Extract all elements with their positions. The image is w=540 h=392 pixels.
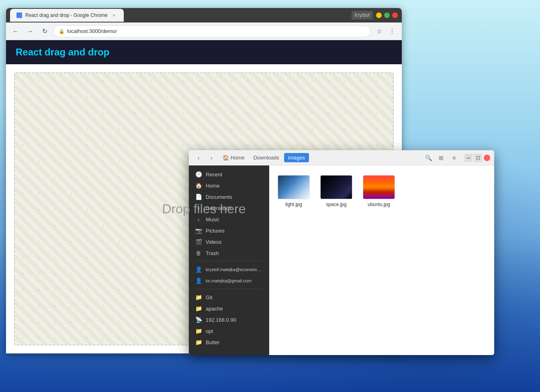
fm-maximize-button[interactable]: □ bbox=[474, 154, 482, 162]
file-name-light: light.jpg bbox=[285, 202, 302, 207]
file-item-light[interactable]: light.jpg bbox=[276, 172, 312, 210]
opt-folder-icon: 📁 bbox=[195, 328, 202, 334]
sidebar-label-opt: opt bbox=[206, 328, 213, 334]
file-thumbnail-light bbox=[278, 175, 310, 199]
refresh-button[interactable]: ↻ bbox=[39, 26, 50, 37]
breadcrumb-home-label: Home bbox=[231, 155, 245, 161]
sidebar-item-videos[interactable]: 🎬 Videos bbox=[189, 236, 269, 247]
sidebar-item-pictures[interactable]: 📷 Pictures bbox=[189, 225, 269, 236]
sidebar-item-butter[interactable]: 📁 Butter bbox=[189, 337, 269, 348]
tab-close-button[interactable]: × bbox=[111, 12, 117, 18]
recent-icon: 🕐 bbox=[195, 171, 202, 178]
toolbar-actions: ☆ ⋮ bbox=[374, 26, 398, 37]
forward-button[interactable]: → bbox=[25, 26, 36, 37]
sidebar-label-pictures: Pictures bbox=[206, 228, 225, 234]
sidebar-divider-2 bbox=[195, 289, 263, 289]
chrome-toolbar: ← → ↻ 🔒 localhost:3000/demo/ ☆ ⋮ bbox=[6, 22, 402, 40]
sidebar-label-git: Git bbox=[206, 294, 213, 300]
sidebar-label-home: Home bbox=[206, 183, 220, 189]
file-thumbnail-ubuntu bbox=[363, 175, 395, 199]
space-thumb-image bbox=[321, 176, 352, 199]
breadcrumb-images-label: images bbox=[288, 155, 305, 161]
sidebar-divider-1 bbox=[195, 261, 263, 261]
chrome-menu-button[interactable]: ⋮ bbox=[387, 26, 398, 37]
breadcrumb-home[interactable]: 🏠 Home bbox=[219, 153, 249, 162]
fm-breadcrumb: 🏠 Home Downloads images bbox=[219, 153, 421, 162]
sidebar-item-trash[interactable]: 🗑 Trash bbox=[189, 247, 269, 259]
file-manager-window: ‹ › 🏠 Home Downloads images 🔍 ⊞ ≡ – □ bbox=[189, 150, 494, 355]
file-name-ubuntu: ubuntu.jpg bbox=[368, 202, 390, 207]
videos-icon: 🎬 bbox=[195, 239, 202, 245]
bookmark-button[interactable]: ☆ bbox=[374, 26, 385, 37]
sidebar-item-recent[interactable]: 🕐 Recent bbox=[189, 169, 269, 180]
ubuntu-thumb-image bbox=[363, 176, 395, 199]
sidebar-label-account2: kx.matejka@gmail.com bbox=[206, 278, 252, 283]
tab-favicon bbox=[16, 12, 22, 18]
fm-titlebar: ‹ › 🏠 Home Downloads images 🔍 ⊞ ≡ – □ bbox=[189, 150, 494, 165]
sidebar-label-account1: krystof.matejka@economia.cz bbox=[206, 267, 263, 272]
pictures-icon: 📷 bbox=[195, 227, 202, 234]
back-button[interactable]: ← bbox=[10, 26, 21, 37]
window-controls bbox=[376, 12, 398, 18]
address-bar[interactable]: 🔒 localhost:3000/demo/ bbox=[53, 25, 370, 37]
fm-body: 🕐 Recent 🏠 Home 📄 Documents ⬇ Downloads … bbox=[189, 165, 494, 355]
file-thumbnail-space bbox=[320, 175, 352, 199]
sidebar-item-git[interactable]: 📁 Git bbox=[189, 292, 269, 303]
sidebar-label-apache: apache bbox=[206, 306, 223, 312]
chrome-tab[interactable]: React drag and drop - Google Chrome × bbox=[10, 9, 124, 22]
fm-back-button[interactable]: ‹ bbox=[193, 152, 204, 163]
git-folder-icon: 📁 bbox=[195, 294, 202, 300]
fm-forward-button[interactable]: › bbox=[206, 152, 217, 163]
network-icon: 📡 bbox=[195, 316, 202, 323]
sidebar-label-documents: Documents bbox=[206, 194, 232, 200]
file-name-space: space.jpg bbox=[326, 202, 346, 207]
breadcrumb-downloads-label: Downloads bbox=[254, 155, 279, 161]
fm-search-button[interactable]: 🔍 bbox=[423, 152, 434, 163]
chrome-titlebar: React drag and drop - Google Chrome × Kr… bbox=[6, 8, 402, 22]
account1-icon: 👤 bbox=[195, 266, 202, 273]
sidebar-item-network[interactable]: 📡 192.168.0.90 bbox=[189, 314, 269, 325]
sidebar-item-account2[interactable]: 👤 kx.matejka@gmail.com bbox=[189, 275, 269, 286]
page-header: React drag and drop bbox=[6, 40, 402, 64]
file-item-space[interactable]: space.jpg bbox=[318, 172, 354, 210]
fm-content: light.jpg space.jpg ubuntu.jpg bbox=[269, 165, 494, 355]
sidebar-label-music: Music bbox=[206, 216, 219, 223]
home-folder-icon: 🏠 bbox=[195, 182, 202, 189]
breadcrumb-downloads[interactable]: Downloads bbox=[250, 153, 283, 162]
fm-toolbar-right: 🔍 ⊞ ≡ – □ bbox=[423, 152, 490, 163]
drop-zone-text: Drop files here bbox=[162, 202, 245, 216]
address-text: localhost:3000/demo/ bbox=[67, 28, 117, 34]
sidebar-label-trash: Trash bbox=[206, 250, 219, 256]
window-close-button[interactable] bbox=[392, 12, 398, 18]
sidebar-item-account1[interactable]: 👤 krystof.matejka@economia.cz bbox=[189, 264, 269, 275]
ssl-icon: 🔒 bbox=[59, 29, 65, 34]
sidebar-label-recent: Recent bbox=[206, 172, 222, 178]
apache-folder-icon: 📁 bbox=[195, 305, 202, 312]
fm-minimize-button[interactable]: – bbox=[464, 154, 472, 162]
butter-folder-icon: 📁 bbox=[195, 339, 202, 345]
home-icon: 🏠 bbox=[223, 155, 229, 161]
music-icon: ♪ bbox=[195, 216, 202, 223]
tab-title: React drag and drop - Google Chrome bbox=[25, 12, 108, 18]
trash-icon: 🗑 bbox=[195, 250, 202, 256]
file-item-ubuntu[interactable]: ubuntu.jpg bbox=[361, 172, 397, 210]
window-maximize-button[interactable] bbox=[384, 12, 390, 18]
sidebar-item-documents[interactable]: 📄 Documents bbox=[189, 191, 269, 202]
fm-grid-view-button[interactable]: ⊞ bbox=[436, 152, 447, 163]
documents-icon: 📄 bbox=[195, 194, 202, 200]
sidebar-item-apache[interactable]: 📁 apache bbox=[189, 303, 269, 314]
light-thumb-image bbox=[278, 176, 309, 199]
page-title: React drag and drop bbox=[16, 47, 109, 57]
sidebar-item-home[interactable]: 🏠 Home bbox=[189, 180, 269, 191]
sidebar-item-opt[interactable]: 📁 opt bbox=[189, 325, 269, 337]
fm-close-button[interactable] bbox=[484, 155, 490, 161]
breadcrumb-images[interactable]: images bbox=[284, 153, 309, 162]
chrome-profile: Kryštof bbox=[352, 11, 373, 20]
fm-sidebar: 🕐 Recent 🏠 Home 📄 Documents ⬇ Downloads … bbox=[189, 165, 269, 355]
account2-icon: 👤 bbox=[195, 278, 202, 284]
fm-list-view-button[interactable]: ≡ bbox=[448, 152, 460, 163]
window-minimize-button[interactable] bbox=[376, 12, 382, 18]
sidebar-label-network: 192.168.0.90 bbox=[206, 317, 236, 323]
sidebar-label-butter: Butter bbox=[206, 339, 220, 345]
sidebar-label-videos: Videos bbox=[206, 239, 222, 245]
